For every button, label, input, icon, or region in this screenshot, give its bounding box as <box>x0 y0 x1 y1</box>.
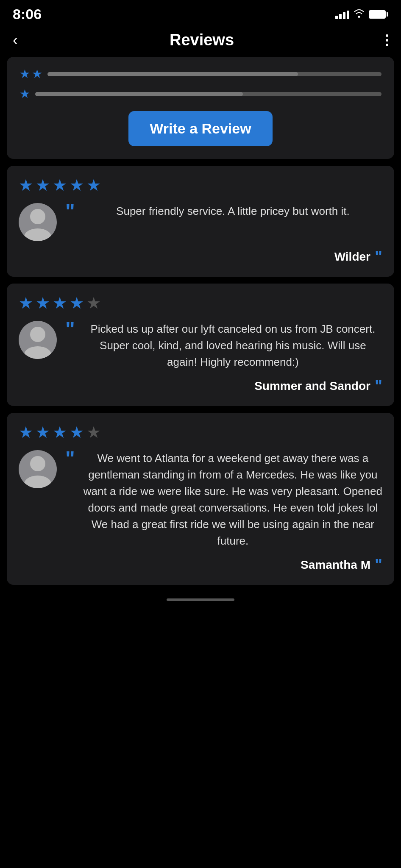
reviewer-name: Wilder <box>334 250 370 264</box>
review-text: Picked us up after our lyft canceled on … <box>84 321 382 370</box>
quote-close-icon: " <box>375 378 382 394</box>
review-footer: Summer and Sandor " <box>19 378 382 394</box>
review-footer: Samantha M " <box>19 557 382 573</box>
rating-summary-card: ★ ★ ★ Write a Review <box>7 57 394 159</box>
review-card-3: ★★★★★ " We went to Atlanta for a weekend… <box>7 413 394 585</box>
quote-open-icon: " <box>65 201 75 222</box>
reviewer-name: Summer and Sandor <box>254 379 370 393</box>
write-review-button[interactable]: Write a Review <box>128 111 273 146</box>
wifi-icon <box>354 8 365 20</box>
review-body: " We went to Atlanta for a weekend get a… <box>19 450 382 549</box>
avatar <box>19 321 57 359</box>
rating-row-1: ★ <box>19 87 382 101</box>
rating-row-2: ★ ★ <box>19 67 382 81</box>
review-stars: ★★★★★ <box>19 423 382 442</box>
review-footer: Wilder " <box>19 249 382 265</box>
home-indicator <box>0 592 401 609</box>
rating-bars: ★ ★ ★ <box>19 67 382 101</box>
review-stars: ★★★★★ <box>19 294 382 312</box>
review-text: We went to Atlanta for a weekend get awa… <box>84 450 382 549</box>
reviewer-name: Samantha M <box>301 558 370 572</box>
rating-bar-1 <box>35 92 382 96</box>
nav-bar: ‹ Reviews <box>0 27 401 57</box>
review-text: Super friendly service. A little pricey … <box>84 203 382 220</box>
review-card-1: ★★★★★ " Super friendly service. A little… <box>7 166 394 277</box>
rating-row-1-stars: ★ <box>19 87 30 101</box>
rating-bar-2 <box>47 72 382 76</box>
review-stars: ★★★★★ <box>19 176 382 195</box>
avatar <box>19 450 57 488</box>
rating-row-2-stars: ★ ★ <box>19 67 42 81</box>
avatar <box>19 203 57 241</box>
quote-close-icon: " <box>375 557 382 573</box>
review-body: " Super friendly service. A little price… <box>19 203 382 241</box>
status-bar: 8:06 <box>0 0 401 27</box>
signal-icon <box>335 10 349 19</box>
review-body: " Picked us up after our lyft canceled o… <box>19 321 382 370</box>
quote-close-icon: " <box>375 249 382 265</box>
quote-open-icon: " <box>65 448 75 469</box>
back-button[interactable]: ‹ <box>13 31 18 49</box>
page-title: Reviews <box>170 31 234 49</box>
battery-icon <box>369 10 388 19</box>
more-menu-button[interactable] <box>386 34 388 46</box>
reviews-list: ★★★★★ " Super friendly service. A little… <box>0 166 401 585</box>
status-icons <box>335 8 388 20</box>
quote-open-icon: " <box>65 319 75 339</box>
review-card-2: ★★★★★ " Picked us up after our lyft canc… <box>7 284 394 406</box>
status-time: 8:06 <box>13 6 42 22</box>
